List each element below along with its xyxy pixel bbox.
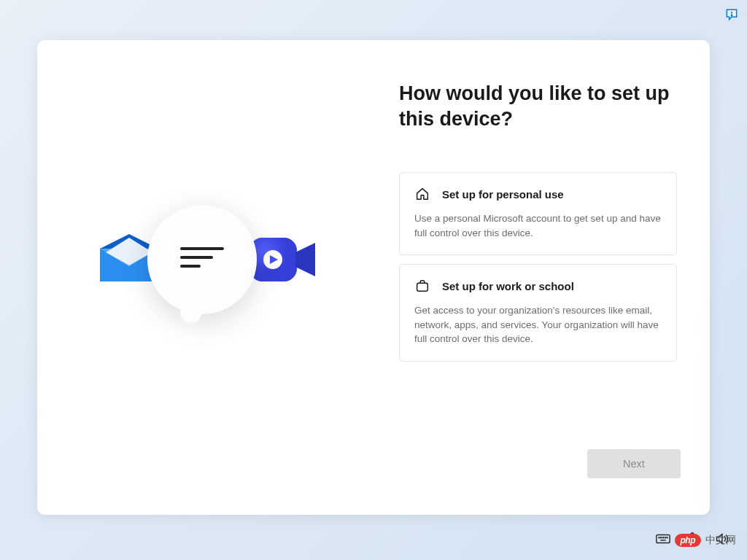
briefcase-icon — [414, 278, 430, 294]
options-list: Set up for personal use Use a personal M… — [399, 172, 677, 362]
setup-card: How would you like to set up this device… — [37, 40, 710, 515]
content-panel: How would you like to set up this device… — [374, 40, 710, 515]
option-title: Set up for personal use — [442, 188, 564, 201]
next-button[interactable]: Next — [587, 449, 681, 478]
home-icon — [414, 186, 430, 202]
watermark-badge: php — [675, 534, 702, 547]
svg-rect-6 — [657, 535, 670, 543]
svg-rect-5 — [417, 284, 428, 292]
watermark: php 中文网 — [675, 534, 737, 547]
svg-point-11 — [667, 537, 667, 538]
watermark-text: 中文网 — [705, 534, 736, 547]
keyboard-icon[interactable] — [655, 531, 671, 547]
setup-illustration — [93, 212, 319, 343]
svg-point-1 — [731, 15, 732, 16]
svg-point-10 — [665, 537, 665, 538]
illustration-panel — [37, 40, 374, 515]
svg-point-7 — [659, 537, 659, 538]
option-description: Use a personal Microsoft account to get … — [414, 211, 662, 240]
svg-point-9 — [662, 537, 663, 538]
option-personal-use[interactable]: Set up for personal use Use a personal M… — [399, 172, 677, 255]
video-icon — [246, 227, 319, 292]
option-description: Get access to your organization's resour… — [414, 303, 662, 346]
option-work-school[interactable]: Set up for work or school Get access to … — [399, 264, 677, 362]
option-title: Set up for work or school — [442, 280, 574, 292]
page-title: How would you like to set up this device… — [399, 81, 677, 132]
speech-bubble-icon — [147, 205, 257, 314]
feedback-icon[interactable] — [724, 7, 739, 22]
svg-point-8 — [661, 537, 662, 538]
